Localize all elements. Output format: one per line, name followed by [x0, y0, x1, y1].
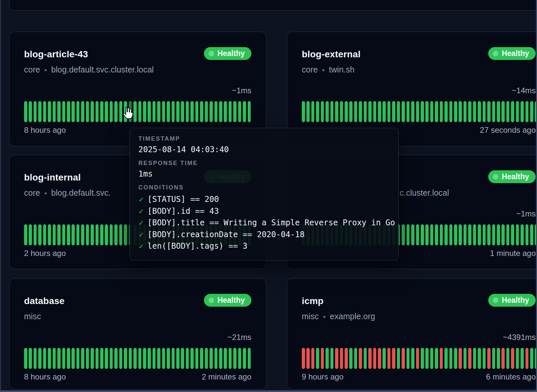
uptime-bar-success[interactable] — [397, 348, 400, 369]
uptime-bar-success[interactable] — [38, 348, 42, 369]
uptime-bar-success[interactable] — [172, 348, 175, 369]
uptime-bar-success[interactable] — [321, 101, 324, 122]
uptime-bar-success[interactable] — [464, 348, 467, 369]
uptime-bar-success[interactable] — [525, 101, 529, 122]
uptime-bar-success[interactable] — [416, 101, 419, 122]
uptime-bar-success[interactable] — [210, 101, 213, 122]
uptime-bar-success[interactable] — [53, 101, 56, 122]
uptime-bar-success[interactable] — [195, 348, 199, 369]
uptime-bar-success[interactable] — [473, 348, 476, 369]
uptime-bar-success[interactable] — [530, 224, 533, 245]
uptime-bar-success[interactable] — [521, 101, 524, 122]
uptime-bar-success[interactable] — [124, 101, 127, 122]
uptime-bar-success[interactable] — [133, 101, 137, 122]
uptime-bar-success[interactable] — [421, 224, 424, 245]
uptime-bar-success[interactable] — [76, 348, 80, 369]
uptime-bar-failure[interactable] — [468, 348, 471, 369]
uptime-bar-success[interactable] — [325, 101, 329, 122]
uptime-bar-success[interactable] — [190, 348, 194, 369]
uptime-bar-success[interactable] — [238, 348, 241, 369]
uptime-bar-success[interactable] — [38, 224, 42, 245]
uptime-bar-success[interactable] — [200, 348, 203, 369]
uptime-bar-success[interactable] — [411, 224, 414, 245]
uptime-bar-success[interactable] — [345, 101, 348, 122]
uptime-bar-success[interactable] — [411, 348, 414, 369]
uptime-bar-success[interactable] — [62, 101, 66, 122]
uptime-bar-success[interactable] — [335, 101, 338, 122]
uptime-bar-failure[interactable] — [340, 348, 343, 369]
uptime-bar-success[interactable] — [330, 348, 334, 369]
uptime-bar-success[interactable] — [38, 101, 42, 122]
uptime-bar-success[interactable] — [354, 348, 357, 369]
uptime-bar-success[interactable] — [176, 101, 180, 122]
uptime-bar-success[interactable] — [214, 348, 218, 369]
uptime-bar-success[interactable] — [86, 348, 89, 369]
uptime-bar-hovered[interactable] — [129, 101, 132, 122]
uptime-bar-success[interactable] — [71, 348, 75, 369]
uptime-bar-success[interactable] — [157, 101, 160, 122]
uptime-bar-success[interactable] — [24, 224, 27, 245]
uptime-bar-success[interactable] — [172, 101, 175, 122]
uptime-bar-success[interactable] — [501, 224, 505, 245]
uptime-bar-success[interactable] — [148, 101, 151, 122]
uptime-bar-success[interactable] — [53, 348, 56, 369]
uptime-bar-success[interactable] — [91, 101, 94, 122]
uptime-bar-success[interactable] — [143, 348, 146, 369]
uptime-bar-success[interactable] — [110, 224, 113, 245]
service-card-icmp[interactable]: icmp Healthy misc•example.org ~4391ms 9 … — [287, 278, 537, 389]
uptime-bar-success[interactable] — [219, 348, 222, 369]
uptime-bar-success[interactable] — [67, 101, 70, 122]
uptime-bar-success[interactable] — [153, 348, 156, 369]
uptime-bar-success[interactable] — [435, 348, 438, 369]
uptime-bar-success[interactable] — [459, 224, 462, 245]
uptime-bar-success[interactable] — [330, 101, 334, 122]
uptime-bar-success[interactable] — [153, 101, 156, 122]
uptime-bar-success[interactable] — [105, 224, 108, 245]
uptime-bar-success[interactable] — [506, 348, 510, 369]
uptime-bar-success[interactable] — [483, 224, 486, 245]
uptime-bar-success[interactable] — [511, 224, 514, 245]
uptime-bar-success[interactable] — [516, 101, 519, 122]
uptime-bar-success[interactable] — [492, 101, 495, 122]
uptime-bar-success[interactable] — [354, 101, 357, 122]
uptime-bar-success[interactable] — [454, 348, 457, 369]
uptime-bar-failure[interactable] — [511, 348, 514, 369]
uptime-bar-success[interactable] — [29, 348, 32, 369]
uptime-bar-success[interactable] — [430, 101, 434, 122]
uptime-bar-success[interactable] — [81, 224, 84, 245]
uptime-bar-success[interactable] — [210, 348, 213, 369]
uptime-bar-success[interactable] — [492, 224, 495, 245]
uptime-bar-success[interactable] — [124, 224, 127, 245]
uptime-bar-success[interactable] — [181, 348, 184, 369]
uptime-bar-success[interactable] — [100, 348, 103, 369]
uptime-bar-success[interactable] — [478, 348, 481, 369]
uptime-bar-success[interactable] — [483, 101, 486, 122]
uptime-bar-success[interactable] — [96, 101, 99, 122]
uptime-bar-success[interactable] — [248, 101, 251, 122]
uptime-bar-success[interactable] — [425, 101, 429, 122]
uptime-bar-success[interactable] — [91, 348, 94, 369]
uptime-bar-success[interactable] — [57, 101, 61, 122]
uptime-bar-success[interactable] — [48, 224, 51, 245]
uptime-bar-success[interactable] — [167, 348, 170, 369]
uptime-bar-failure[interactable] — [373, 348, 377, 369]
uptime-bar-success[interactable] — [497, 224, 500, 245]
uptime-bar-success[interactable] — [464, 101, 467, 122]
uptime-bar-success[interactable] — [43, 101, 46, 122]
uptime-bar-success[interactable] — [114, 348, 118, 369]
uptime-bar-failure[interactable] — [302, 348, 305, 369]
uptime-bar-success[interactable] — [162, 348, 165, 369]
uptime-bar-success[interactable] — [86, 101, 89, 122]
uptime-bar-success[interactable] — [473, 101, 476, 122]
uptime-bar-success[interactable] — [464, 224, 467, 245]
uptime-bar-success[interactable] — [62, 348, 66, 369]
uptime-bar-success[interactable] — [521, 348, 524, 369]
uptime-bar-success[interactable] — [119, 224, 123, 245]
uptime-bar-success[interactable] — [229, 101, 232, 122]
uptime-bar-success[interactable] — [243, 101, 246, 122]
uptime-bar-success[interactable] — [449, 348, 453, 369]
uptime-bar-success[interactable] — [435, 224, 438, 245]
uptime-bar-success[interactable] — [76, 101, 80, 122]
uptime-bar-success[interactable] — [129, 348, 132, 369]
uptime-bar-success[interactable] — [124, 348, 127, 369]
